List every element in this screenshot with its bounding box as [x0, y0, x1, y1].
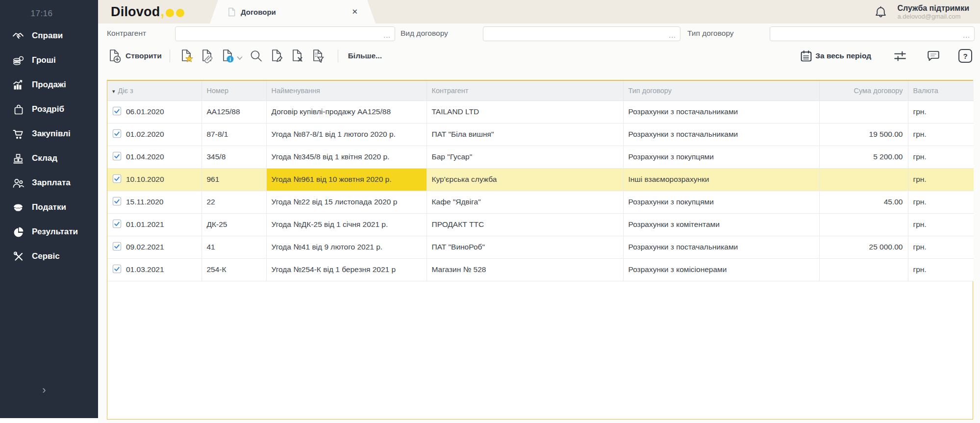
more-button[interactable]: Більше...: [348, 51, 382, 60]
cell-type[interactable]: Розрахунки з покупцями: [623, 191, 819, 213]
notification-bell-icon[interactable]: [874, 5, 887, 19]
cell-type[interactable]: Розрахунки з комісіонерами: [623, 258, 819, 281]
cell-party[interactable]: Кафе "Ядвіга": [427, 191, 623, 213]
cell-name-focused[interactable]: Угода №961 від 10 жовтня 2020 р.: [266, 168, 427, 191]
sidebar-item-servis[interactable]: Сервіс: [0, 244, 98, 269]
favorite-document-button[interactable]: [178, 48, 195, 64]
cell-party[interactable]: Бар "Гусар": [427, 146, 623, 168]
cell-party[interactable]: ПРОДАКТ ТТС: [427, 213, 623, 236]
cell-currency[interactable]: грн.: [908, 168, 974, 191]
ellipsis-picker-icon[interactable]: ...: [963, 31, 970, 39]
table-row[interactable]: 01.02.2020 87-8/1 Угода №87-8/1 від 1 лю…: [107, 123, 974, 146]
row-checkbox-icon[interactable]: [112, 264, 122, 275]
create-button[interactable]: Створити: [107, 49, 162, 63]
info-document-button[interactable]: i: [219, 48, 236, 64]
cell-type[interactable]: Інші взаєморозрахунки: [623, 168, 819, 191]
ellipsis-picker-icon[interactable]: ...: [383, 31, 391, 39]
cell-number[interactable]: 345/8: [201, 146, 266, 168]
sidebar-item-spravy[interactable]: Справи: [0, 24, 98, 48]
help-button[interactable]: ?: [958, 49, 972, 63]
feedback-comment-icon[interactable]: [925, 48, 942, 64]
chevron-down-icon[interactable]: [237, 56, 243, 60]
cell-name[interactable]: Договір купівлі-продажу АА125/88: [266, 100, 427, 123]
column-header-sum[interactable]: Сума договору: [819, 81, 908, 100]
row-checkbox-icon[interactable]: [112, 151, 122, 163]
cell-currency[interactable]: грн.: [908, 191, 974, 213]
cell-sum[interactable]: 45.00: [819, 191, 908, 213]
cell-currency[interactable]: грн.: [908, 146, 974, 168]
cell-type[interactable]: Розрахунки з покупцями: [623, 146, 819, 168]
cell-number[interactable]: АА125/88: [201, 100, 266, 123]
row-checkbox-icon[interactable]: [112, 106, 122, 118]
table-row-selected[interactable]: 10.10.2020 961 Угода №961 від 10 жовтня …: [107, 168, 974, 191]
cell-name[interactable]: Угода №254-К від 1 березня 2021 р: [266, 258, 427, 281]
cell-type[interactable]: Розрахунки з постачальниками: [623, 100, 819, 123]
cell-name[interactable]: Угода №ДК-25 від 1 січня 2021 р.: [266, 213, 427, 236]
column-header-party[interactable]: Контрагент: [427, 81, 623, 100]
attachment-document-button[interactable]: [199, 48, 215, 64]
cell-name[interactable]: Угода №41 від 9 лютого 2021 р.: [266, 236, 427, 258]
column-header-name[interactable]: Найменування: [266, 81, 427, 100]
filter-input-kontragent[interactable]: ...: [175, 26, 395, 41]
ellipsis-picker-icon[interactable]: ...: [669, 31, 676, 39]
cell-type[interactable]: Розрахунки з постачальниками: [623, 123, 819, 146]
sidebar-item-podatky[interactable]: Податки: [0, 195, 98, 220]
cell-party[interactable]: TAILAND LTD: [427, 100, 623, 123]
column-header-type[interactable]: Тип договору: [623, 81, 819, 100]
table-row[interactable]: 09.02.2021 41 Угода №41 від 9 лютого 202…: [107, 236, 974, 258]
filter-input-typ-dogovoru[interactable]: ...: [770, 26, 975, 41]
cell-sum[interactable]: [819, 100, 908, 123]
cell-currency[interactable]: грн.: [908, 123, 974, 146]
user-menu[interactable]: Служба підтримки a.delovod@gmail.com: [897, 4, 969, 20]
cell-name[interactable]: Угода №87-8/1 від 1 лютого 2020 р.: [266, 123, 427, 146]
cell-currency[interactable]: грн.: [908, 258, 974, 281]
cell-party[interactable]: Магазин № 528: [427, 258, 623, 281]
cell-sum[interactable]: [819, 258, 908, 281]
tab-close-icon[interactable]: ✕: [352, 7, 358, 16]
cancel-document-button[interactable]: [289, 48, 305, 64]
sidebar-item-zarplata[interactable]: Зарплата: [0, 171, 98, 195]
filter-input-vyd-dogovoru[interactable]: ...: [483, 26, 680, 41]
table-row[interactable]: 01.01.2021 ДК-25 Угода №ДК-25 від 1 січн…: [107, 213, 974, 236]
cell-sum[interactable]: 25 000.00: [819, 236, 908, 258]
cell-type[interactable]: Розрахунки з постачальниками: [623, 236, 819, 258]
sidebar-expand-chevron[interactable]: ›: [0, 384, 88, 397]
row-checkbox-icon[interactable]: [112, 242, 122, 253]
cell-sum[interactable]: [819, 213, 908, 236]
row-checkbox-icon[interactable]: [112, 219, 122, 230]
table-row[interactable]: 01.04.2020 345/8 Угода №345/8 від 1 квіт…: [107, 146, 974, 168]
cell-currency[interactable]: грн.: [908, 100, 974, 123]
cell-number[interactable]: 22: [201, 191, 266, 213]
cell-name[interactable]: Угода №22 від 15 листопада 2020 р: [266, 191, 427, 213]
tab-dogovory[interactable]: Договори ✕: [210, 0, 376, 24]
sidebar-item-rezultaty[interactable]: Результати: [0, 220, 98, 244]
dilovod-logo[interactable]: Dilovod,: [111, 0, 184, 24]
sidebar-item-prodazhi[interactable]: Продажі: [0, 73, 98, 97]
sidebar-item-hroshi[interactable]: Гроші: [0, 48, 98, 73]
sidebar-item-rozdrib[interactable]: Роздріб: [0, 97, 98, 122]
cell-type[interactable]: Розрахунки з комітентами: [623, 213, 819, 236]
cell-sum[interactable]: [819, 168, 908, 191]
table-row[interactable]: 06.01.2020 АА125/88 Договір купівлі-прод…: [107, 100, 974, 123]
column-header-number[interactable]: Номер: [201, 81, 266, 100]
period-button[interactable]: За весь період: [800, 50, 871, 63]
cell-number[interactable]: 961: [201, 168, 266, 191]
edit-document-button[interactable]: [268, 48, 285, 64]
sidebar-item-sklad[interactable]: Склад: [0, 146, 98, 171]
cell-name[interactable]: Угода №345/8 від 1 квітня 2020 р.: [266, 146, 427, 168]
cell-number[interactable]: 87-8/1: [201, 123, 266, 146]
cell-number[interactable]: ДК-25: [201, 213, 266, 236]
column-header-date[interactable]: ▾Діє з: [107, 81, 201, 100]
table-row[interactable]: 15.11.2020 22 Угода №22 від 15 листопада…: [107, 191, 974, 213]
table-row[interactable]: 01.03.2021 254-К Угода №254-К від 1 бере…: [107, 258, 974, 281]
cell-number[interactable]: 41: [201, 236, 266, 258]
cell-number[interactable]: 254-К: [201, 258, 266, 281]
row-checkbox-icon[interactable]: [112, 129, 122, 140]
column-header-currency[interactable]: Валюта: [908, 81, 974, 100]
cell-sum[interactable]: 5 200.00: [819, 146, 908, 168]
filter-document-button[interactable]: [309, 48, 326, 64]
cell-sum[interactable]: 19 500.00: [819, 123, 908, 146]
sidebar-item-zakupivli[interactable]: Закупівлі: [0, 122, 98, 146]
cell-currency[interactable]: грн.: [908, 213, 974, 236]
cell-party[interactable]: ПАТ "ВиноРоб": [427, 236, 623, 258]
